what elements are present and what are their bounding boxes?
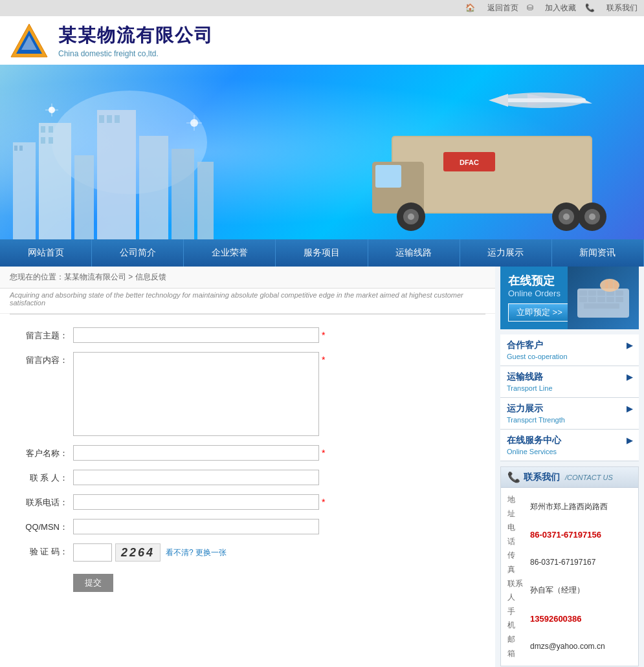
fax-value: 86-0371-67197167 xyxy=(530,556,595,570)
svg-rect-57 xyxy=(606,297,614,302)
svg-rect-50 xyxy=(588,290,596,296)
back-home-link[interactable]: 返回首页 xyxy=(487,3,518,12)
company-name: 某某物流有限公司 xyxy=(58,23,214,48)
header-topbar: 🏠 返回首页 ⛁ 加入收藏 📞 联系我们 xyxy=(0,0,644,16)
subject-label: 留言主题： xyxy=(19,327,68,342)
svg-rect-16 xyxy=(115,115,120,123)
svg-rect-4 xyxy=(13,142,36,239)
sidebar-fleet[interactable]: 运力展示 ▶ Transpcrt Ttrength xyxy=(500,398,639,430)
contact-link[interactable]: 联系我们 xyxy=(606,3,638,12)
subject-row: 留言主题： * xyxy=(19,327,476,343)
captcha-label: 验 证 码： xyxy=(19,543,68,558)
email-label: 邮 箱 xyxy=(507,633,530,661)
svg-rect-63 xyxy=(614,281,617,289)
nav-routes[interactable]: 运输线路 xyxy=(368,239,460,267)
contact-person-label: 联 系 人： xyxy=(19,470,68,484)
online-services-sub: Online Services xyxy=(507,448,632,455)
svg-rect-46 xyxy=(495,98,586,102)
contact-person-row: 联 系 人： xyxy=(19,470,476,485)
customer-input[interactable] xyxy=(73,445,319,461)
bookmark-link[interactable]: 加入收藏 xyxy=(545,3,576,12)
mobile-row: 手 机 13592600386 xyxy=(507,605,632,633)
tel-value: 86-0371-67197156 xyxy=(530,527,601,542)
customer-row: 客户名称： * xyxy=(19,445,476,461)
main-wrapper: 您现在的位置：某某物流有限公司 > 信息反馈 Acquiring and abs… xyxy=(0,267,644,667)
company-name-en: China domestic freight co,ltd. xyxy=(58,49,214,58)
svg-marker-47 xyxy=(489,94,508,107)
subject-required: * xyxy=(322,327,325,343)
fleet-sub: Transpcrt Ttrength xyxy=(507,416,632,424)
svg-rect-59 xyxy=(584,303,619,309)
customer-label: 客户名称： xyxy=(19,445,68,459)
captcha-image: 2264 xyxy=(115,543,161,562)
breadcrumb: 您现在的位置：某某物流有限公司 > 信息反馈 xyxy=(0,267,495,289)
qq-label: QQ/MSN： xyxy=(19,519,68,533)
svg-rect-56 xyxy=(597,297,605,302)
phone-input[interactable] xyxy=(73,494,319,510)
svg-rect-17 xyxy=(139,136,168,239)
submit-row: 提交 xyxy=(19,571,476,592)
svg-rect-15 xyxy=(107,115,112,123)
svg-rect-61 xyxy=(605,281,608,289)
breadcrumb-sub: Acquiring and absorbing state of the bet… xyxy=(0,289,495,314)
phone-required: * xyxy=(322,494,325,510)
captcha-area: 2264 看不清? 更换一张 xyxy=(73,543,227,562)
svg-point-33 xyxy=(408,213,414,220)
phone-row: 联系电话： * xyxy=(19,494,476,510)
main-navigation: 网站首页 公司简介 企业荣誉 服务项目 运输线路 运力展示 新闻资讯 xyxy=(0,239,644,267)
online-services-arrow: ▶ xyxy=(627,436,632,445)
svg-rect-49 xyxy=(579,290,587,296)
nav-fleet[interactable]: 运力展示 xyxy=(460,239,552,267)
nav-news[interactable]: 新闻资讯 xyxy=(552,239,644,267)
sidebar-cooperation[interactable]: 合作客户 ▶ Guest co-operation xyxy=(500,334,639,366)
order-button[interactable]: 立即预定 >> xyxy=(508,303,571,322)
qq-input[interactable] xyxy=(73,519,319,534)
hero-banner: DFAC xyxy=(0,65,644,239)
nav-home[interactable]: 网站首页 xyxy=(0,239,92,267)
sidebar-online-services[interactable]: 在线服务中心 ▶ Online Services xyxy=(500,430,639,461)
subject-input[interactable] xyxy=(73,327,319,343)
svg-rect-6 xyxy=(19,146,23,151)
captcha-refresh-link[interactable]: 看不清? 更换一张 xyxy=(166,547,227,558)
sidebar-links: 合作客户 ▶ Guest co-operation 运输线路 ▶ Transpo… xyxy=(500,334,639,461)
qq-row: QQ/MSN： xyxy=(19,519,476,534)
address-value: 郑州市郑上路西岗路西 xyxy=(530,500,608,514)
captcha-input[interactable] xyxy=(73,543,112,562)
keyboard-image xyxy=(568,267,639,329)
email-row: 邮 箱 dmzs@yahoo.com.cn xyxy=(507,633,632,661)
svg-point-39 xyxy=(589,213,595,220)
nav-about[interactable]: 公司简介 xyxy=(92,239,184,267)
svg-rect-30 xyxy=(375,165,401,188)
address-row: 地 址 郑州市郑上路西岗路西 xyxy=(507,493,632,521)
nav-services[interactable]: 服务项目 xyxy=(276,239,368,267)
contact-title: 联系我们 xyxy=(524,472,560,483)
mobile-label: 手 机 xyxy=(507,605,530,633)
home-icon: 🏠 xyxy=(465,3,475,12)
fax-label: 传 真 xyxy=(507,549,530,576)
svg-rect-53 xyxy=(616,290,623,296)
cooperation-sub: Guest co-operation xyxy=(507,353,632,360)
logo-icon xyxy=(10,23,49,58)
customer-required: * xyxy=(322,445,325,461)
feedback-form: 留言主题： * 留言内容： * 客户名称： * 联 系 人： xyxy=(0,314,495,605)
fax-row: 传 真 86-0371-67197167 xyxy=(507,549,632,576)
tel-row: 电 话 86-0371-67197156 xyxy=(507,521,632,549)
svg-rect-58 xyxy=(616,297,623,302)
fleet-arrow: ▶ xyxy=(627,404,632,413)
submit-button[interactable]: 提交 xyxy=(73,574,113,592)
svg-rect-11 xyxy=(49,137,53,144)
svg-rect-54 xyxy=(579,297,587,302)
address-label: 地 址 xyxy=(507,493,530,521)
nav-honor[interactable]: 企业荣誉 xyxy=(184,239,276,267)
phone-icon: 📞 xyxy=(585,3,595,12)
contact-person-input[interactable] xyxy=(73,470,319,485)
svg-rect-14 xyxy=(99,115,104,123)
content-wrapper xyxy=(73,352,319,436)
content-area: 您现在的位置：某某物流有限公司 > 信息反馈 Acquiring and abs… xyxy=(0,267,495,667)
content-required: * xyxy=(322,352,325,367)
content-label: 留言内容： xyxy=(19,352,68,366)
sidebar-transport-line[interactable]: 运输线路 ▶ Transport Line xyxy=(500,366,639,398)
fleet-title: 运力展示 ▶ xyxy=(507,403,632,415)
svg-rect-10 xyxy=(41,137,45,144)
content-textarea[interactable] xyxy=(73,352,319,436)
